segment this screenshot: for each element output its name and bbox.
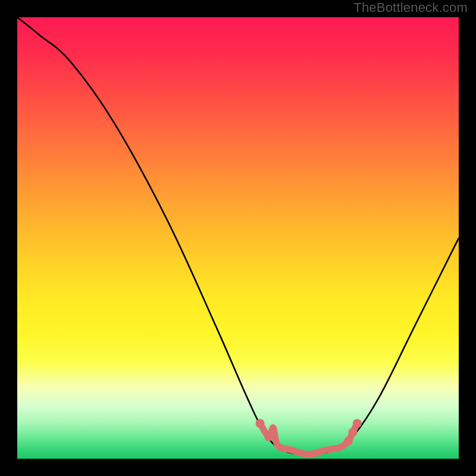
plot-area (17, 17, 459, 459)
optimal-band (260, 424, 357, 455)
optimal-band-marker (353, 419, 362, 428)
bottleneck-curve (17, 17, 459, 455)
optimal-band-marker (264, 432, 273, 441)
optimal-band-marker (256, 419, 265, 428)
chart-canvas: TheBottleneck.com (0, 0, 476, 476)
optimal-band-marker (344, 437, 353, 446)
watermark-text: TheBottleneck.com (353, 0, 468, 15)
chart-svg (17, 17, 459, 459)
optimal-band-marker (348, 428, 357, 437)
